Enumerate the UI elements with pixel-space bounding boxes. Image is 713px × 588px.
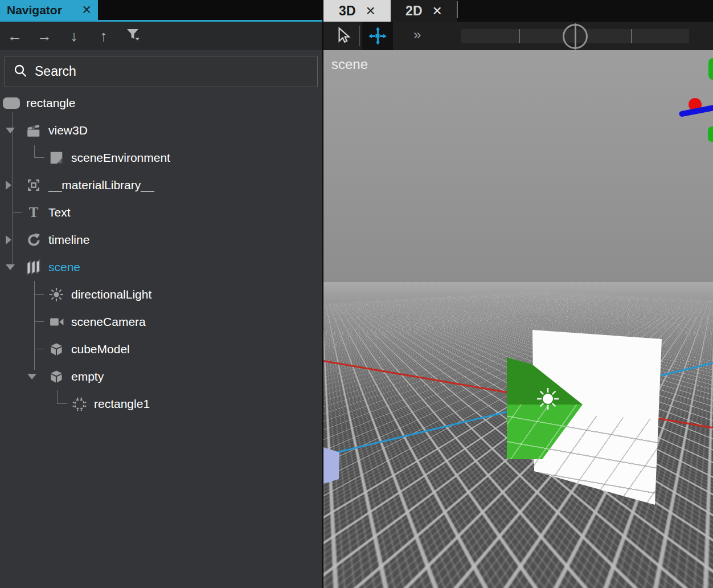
close-icon[interactable]: × (366, 3, 375, 19)
search-placeholder: Search (35, 64, 76, 79)
tree-item-cube-model[interactable]: cubeModel (0, 336, 322, 363)
camera-speed-slider-handle[interactable] (563, 24, 588, 49)
tree-item-label: cubeModel (71, 342, 130, 356)
toolbar-overflow-button[interactable]: » (413, 27, 421, 43)
tab-separator (457, 1, 458, 18)
rectangle-icon (2, 96, 21, 110)
viewport-toolbar: » (323, 22, 713, 50)
text-icon: T (24, 205, 43, 220)
svg-text:T: T (29, 205, 39, 220)
slider-handle-bar (575, 23, 576, 50)
cube-icon (47, 369, 66, 384)
tree-item-label: sceneEnvironment (71, 151, 170, 165)
tab-navigator[interactable]: Navigator × (0, 0, 98, 20)
viewport-3d[interactable]: scene (323, 50, 713, 588)
navigator-tabbar: Navigator × (0, 0, 322, 20)
material-library-icon (24, 178, 43, 193)
component-chip-icon (69, 397, 89, 412)
chevron-collapsed-icon[interactable] (6, 181, 11, 190)
tree-item-label: directionalLight (71, 288, 151, 301)
camera-icon (47, 315, 66, 329)
move-tool-icon (368, 26, 387, 46)
tree-item-directional-light[interactable]: directionalLight (0, 281, 322, 308)
tree-item-label: Text (48, 206, 71, 219)
editor-pane: 3D × 2D × » (323, 0, 713, 588)
directional-light-icon (47, 287, 66, 303)
tree-item-view3d[interactable]: view3D (0, 117, 322, 144)
tree-item-label: rectangle (26, 96, 75, 110)
light-billboard-icon[interactable] (535, 386, 560, 414)
tree-item-scene[interactable]: scene (0, 254, 322, 281)
orientation-gizmo-y-axis-negative[interactable] (708, 126, 713, 142)
navigator-panel: Navigator × ← → ↓ ↑ Search (0, 0, 322, 588)
filter-icon[interactable] (118, 28, 148, 43)
slider-tick (631, 29, 632, 43)
selection-tool-button[interactable] (335, 27, 352, 47)
forward-arrow-icon[interactable]: → (30, 28, 59, 43)
tree-item-label: timeline (48, 233, 89, 247)
tree-item-timeline[interactable]: timeline (0, 226, 322, 254)
search-input[interactable]: Search (5, 56, 318, 87)
chevron-collapsed-icon[interactable] (6, 235, 11, 244)
tree-item-rectangle[interactable]: rectangle (0, 89, 322, 117)
tree-item-label: view3D (48, 124, 88, 137)
scene-environment-icon (47, 150, 66, 165)
slider-tick (519, 29, 520, 43)
toolbar-divider (359, 26, 360, 46)
tree-item-label: rectangle1 (94, 397, 150, 411)
close-icon[interactable]: × (82, 2, 91, 18)
navigator-tab-label: Navigator (7, 3, 62, 17)
chevron-expanded-icon[interactable] (27, 374, 36, 379)
move-tool-button[interactable] (362, 22, 393, 50)
move-up-icon[interactable]: ↑ (89, 28, 118, 43)
tree-item-material-library[interactable]: __materialLibrary__ (0, 172, 322, 199)
scene-tree: rectangle view3D sceneEnvironment (0, 89, 322, 418)
back-arrow-icon[interactable]: ← (0, 28, 30, 43)
tree-item-label: scene (48, 260, 80, 274)
viewport-tabbar: 3D × 2D × (323, 0, 713, 22)
tree-item-text[interactable]: T Text (0, 199, 322, 226)
tab-2d[interactable]: 2D × (391, 0, 457, 22)
cube-icon (47, 342, 66, 357)
timeline-icon (24, 232, 43, 247)
tree-item-empty[interactable]: empty (0, 363, 322, 390)
orientation-gizmo-y-axis[interactable] (708, 58, 713, 80)
scene-icon (24, 259, 43, 276)
search-icon (13, 63, 28, 80)
tree-item-label: sceneCamera (71, 315, 146, 329)
tab-3d-label: 3D (339, 3, 355, 19)
close-icon[interactable]: × (433, 3, 442, 19)
tab-2d-label: 2D (405, 3, 422, 19)
tree-item-scene-environment[interactable]: sceneEnvironment (0, 144, 322, 172)
qt-design-studio-window: Navigator × ← → ↓ ↑ Search (0, 0, 713, 588)
tree-item-label: __materialLibrary__ (48, 178, 154, 192)
chevron-expanded-icon[interactable] (6, 128, 15, 133)
chevron-expanded-icon[interactable] (6, 264, 15, 270)
tab-3d[interactable]: 3D × (323, 0, 391, 22)
tree-item-rectangle1[interactable]: rectangle1 (0, 390, 322, 418)
navigator-toolbar: ← → ↓ ↑ (0, 22, 322, 50)
view3d-icon (24, 123, 43, 138)
active-scene-label: scene (331, 56, 368, 72)
tree-item-label: empty (71, 370, 104, 383)
move-down-icon[interactable]: ↓ (59, 28, 89, 43)
tree-item-scene-camera[interactable]: sceneCamera (0, 308, 322, 336)
